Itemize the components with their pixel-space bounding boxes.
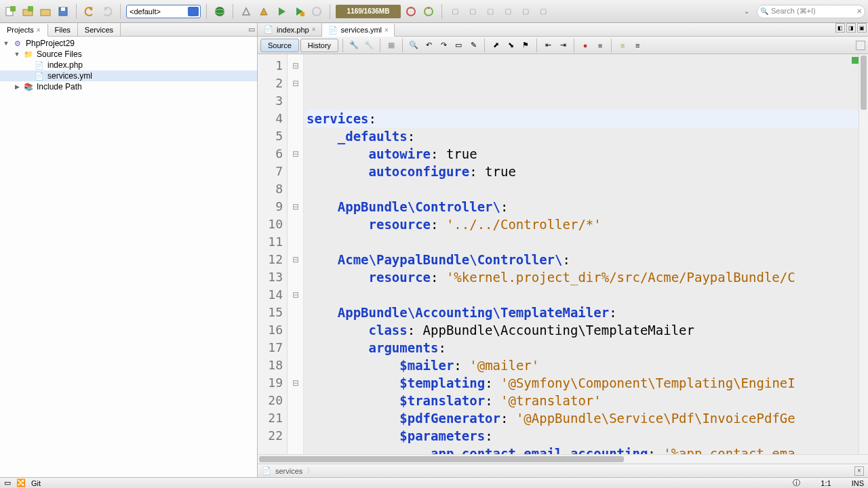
breadcrumb-item[interactable]: services bbox=[275, 467, 302, 475]
fold-marker[interactable] bbox=[288, 163, 303, 180]
toolbar-icon-c[interactable]: ▦ bbox=[384, 39, 398, 52]
close-icon[interactable]: × bbox=[312, 26, 316, 33]
code-line[interactable]: services: bbox=[307, 110, 859, 127]
vertical-scrollbar[interactable] bbox=[859, 54, 868, 454]
find-next-icon[interactable]: ↷ bbox=[437, 39, 450, 52]
tool-f-icon[interactable]: ▢ bbox=[536, 4, 551, 19]
fold-marker[interactable]: ⊟ bbox=[288, 57, 303, 75]
macro-stop-icon[interactable]: ■ bbox=[593, 39, 607, 52]
breadcrumb-close-icon[interactable]: × bbox=[854, 466, 864, 476]
code-line[interactable]: $pdfGenerator: '@AppBundle\Service\Pdf\I… bbox=[307, 409, 859, 427]
fold-marker[interactable] bbox=[288, 427, 303, 445]
new-file-icon[interactable] bbox=[3, 4, 18, 19]
shift-right-icon[interactable]: ⇥ bbox=[556, 39, 570, 52]
fold-marker[interactable] bbox=[288, 392, 303, 409]
tab-services[interactable]: Services bbox=[78, 23, 121, 36]
fold-marker[interactable] bbox=[288, 339, 303, 357]
mark-icon[interactable]: ✎ bbox=[467, 39, 480, 52]
line-number-gutter[interactable]: 12345678910111213141516171819202122 bbox=[258, 54, 288, 454]
fold-marker[interactable] bbox=[288, 92, 303, 110]
code-line[interactable]: $templating: '@Symfony\Component\Templat… bbox=[307, 374, 859, 392]
tab-files[interactable]: Files bbox=[48, 23, 78, 36]
run-icon[interactable] bbox=[274, 4, 289, 19]
gc-icon[interactable] bbox=[403, 4, 418, 19]
history-view-button[interactable]: History bbox=[300, 39, 338, 52]
save-all-icon[interactable] bbox=[56, 4, 71, 19]
tool-a-icon[interactable]: ▢ bbox=[448, 4, 462, 19]
editor-tab-index[interactable]: 📄index.php× bbox=[258, 23, 322, 36]
code-line[interactable]: $mailer: '@mailer' bbox=[307, 357, 859, 374]
profile-icon[interactable] bbox=[309, 4, 324, 19]
find-prev-icon[interactable]: ↶ bbox=[422, 39, 435, 52]
split-right-icon[interactable]: ◨ bbox=[846, 23, 856, 33]
code-line[interactable]: class: AppBundle\Accounting\TemplateMail… bbox=[307, 321, 859, 339]
fold-marker[interactable] bbox=[288, 268, 303, 286]
fold-marker[interactable] bbox=[288, 233, 303, 251]
tool-c-icon[interactable]: ▢ bbox=[483, 4, 498, 19]
debug-icon[interactable] bbox=[292, 4, 307, 19]
tool-e-icon[interactable]: ▢ bbox=[518, 4, 533, 19]
project-tree[interactable]: ▼⚙PhpProject29 ▼📁Source Files 📄index.php… bbox=[0, 37, 257, 477]
code-line[interactable]: autoconfigure: true bbox=[307, 163, 859, 180]
code-line[interactable]: AppBundle\Controller\: bbox=[307, 198, 859, 216]
code-line[interactable] bbox=[307, 286, 859, 304]
find-icon[interactable]: 🔍 bbox=[407, 39, 420, 52]
comment-icon[interactable]: ≡ bbox=[616, 39, 629, 52]
undo-icon[interactable] bbox=[82, 4, 97, 19]
open-icon[interactable] bbox=[38, 4, 53, 19]
code-editor[interactable]: services: _defaults: autowire: true auto… bbox=[304, 54, 859, 454]
highlight-icon[interactable]: ▭ bbox=[452, 39, 465, 52]
fold-marker[interactable] bbox=[288, 180, 303, 198]
tree-file-services[interactable]: 📄services.yml bbox=[0, 70, 257, 81]
toolbar-icon-b[interactable]: 🔧 bbox=[362, 39, 376, 52]
redo-icon[interactable] bbox=[100, 4, 115, 19]
editor-tab-services[interactable]: 📄services.yml× bbox=[322, 24, 395, 37]
code-line[interactable]: $parameters: bbox=[307, 427, 859, 445]
new-project-icon[interactable] bbox=[20, 4, 35, 19]
tab-projects[interactable]: Projects× bbox=[0, 24, 48, 37]
code-line[interactable] bbox=[307, 180, 859, 198]
memory-badge[interactable]: 1169/1636MB bbox=[336, 5, 401, 18]
toolbar-icon-a[interactable]: 🔧 bbox=[347, 39, 361, 52]
fold-marker[interactable] bbox=[288, 304, 303, 321]
insert-mode[interactable]: INS bbox=[852, 479, 864, 487]
tree-project-node[interactable]: ▼⚙PhpProject29 bbox=[0, 38, 257, 49]
fold-marker[interactable] bbox=[288, 321, 303, 339]
tool-b-icon[interactable]: ▢ bbox=[465, 4, 480, 19]
fold-marker[interactable] bbox=[288, 409, 303, 427]
nav-fwd-icon[interactable]: ⬊ bbox=[504, 39, 517, 52]
code-line[interactable]: $translator: '@translator' bbox=[307, 392, 859, 409]
toolbar-overflow-icon[interactable] bbox=[856, 41, 865, 50]
fold-column[interactable]: ⊟⊟⊟⊟⊟⊟⊟ bbox=[288, 54, 304, 454]
global-search-input[interactable]: Search (⌘+I) bbox=[757, 5, 865, 18]
fold-marker[interactable]: ⊟ bbox=[288, 145, 303, 163]
shift-left-icon[interactable]: ⇤ bbox=[541, 39, 555, 52]
fold-marker[interactable] bbox=[288, 216, 303, 233]
code-line[interactable]: resource: '%kernel.project_dir%/src/Acme… bbox=[307, 268, 859, 286]
tool-d-icon[interactable]: ▢ bbox=[500, 4, 515, 19]
code-line[interactable]: AppBundle\Accounting\TemplateMailer: bbox=[307, 304, 859, 321]
close-icon[interactable]: × bbox=[37, 26, 41, 34]
gc2-icon[interactable] bbox=[421, 4, 436, 19]
minimize-panel-icon[interactable]: ▭ bbox=[246, 23, 257, 36]
maximize-icon[interactable]: ▣ bbox=[857, 23, 867, 33]
fold-marker[interactable] bbox=[288, 127, 303, 145]
config-combo[interactable]: <default> bbox=[126, 5, 201, 18]
browser-icon[interactable] bbox=[212, 4, 227, 19]
status-output-icon[interactable]: ▭ bbox=[4, 479, 11, 487]
bookmark-icon[interactable]: ⚑ bbox=[519, 39, 532, 52]
error-stripe-marker[interactable] bbox=[852, 57, 859, 64]
build-icon[interactable] bbox=[239, 4, 254, 19]
code-line[interactable]: Acme\PaypalBundle\Controller\: bbox=[307, 251, 859, 268]
source-view-button[interactable]: Source bbox=[260, 39, 299, 52]
uncomment-icon[interactable]: ≡ bbox=[631, 39, 644, 52]
fold-marker[interactable] bbox=[288, 110, 303, 127]
horizontal-scrollbar[interactable] bbox=[258, 454, 868, 464]
clean-build-icon[interactable] bbox=[256, 4, 271, 19]
nav-back-icon[interactable]: ⬈ bbox=[489, 39, 502, 52]
overflow-icon[interactable]: ⌄ bbox=[739, 4, 754, 19]
tree-file-index[interactable]: 📄index.php bbox=[0, 60, 257, 70]
close-icon[interactable]: × bbox=[384, 26, 389, 34]
notifications-icon[interactable]: ⓘ bbox=[793, 478, 800, 488]
fold-marker[interactable]: ⊟ bbox=[288, 374, 303, 392]
